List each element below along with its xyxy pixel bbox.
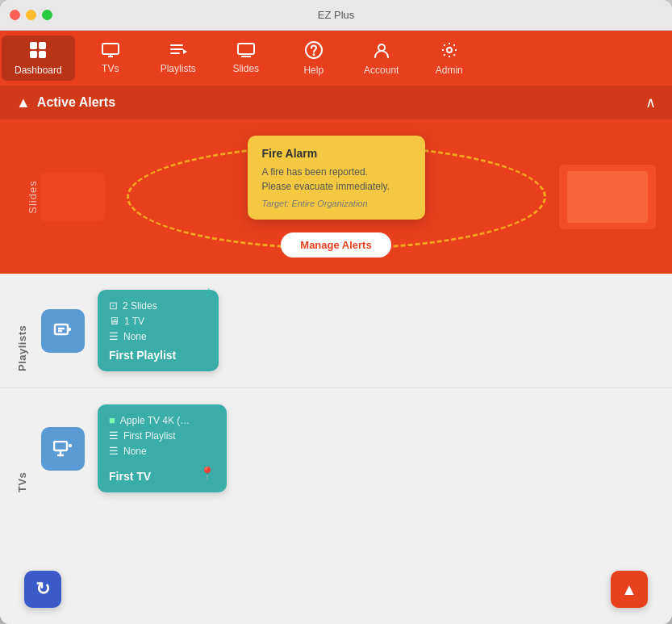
schedule-card-icon: ☰ xyxy=(109,330,119,342)
nav-dashboard-label: Dashboard xyxy=(15,65,62,76)
main-content: ▲ Active Alerts ∧ Slides Fire Alarm xyxy=(0,86,672,624)
tv-playlist-row: ☰ First Playlist xyxy=(109,429,215,442)
nav-help-label: Help xyxy=(303,65,323,76)
svg-rect-3 xyxy=(39,51,46,58)
playlists-content: ♪ ⊡ 2 Slides 🖥 1 TV ☰ None First Playlis… xyxy=(41,290,219,371)
nav-admin[interactable]: Admin xyxy=(417,36,482,81)
alerts-header-left: ▲ Active Alerts xyxy=(16,94,115,111)
playlist-slides-row: ⊡ 2 Slides xyxy=(109,299,207,312)
window-controls xyxy=(10,10,52,20)
tv-name: First TV xyxy=(109,470,151,483)
nav-admin-label: Admin xyxy=(436,65,463,76)
schedule-tv-icon: ☰ xyxy=(109,445,119,457)
titlebar: EZ Plus xyxy=(0,0,672,31)
slides-card-icon: ⊡ xyxy=(109,299,118,312)
dashboard-icon xyxy=(29,41,47,61)
music-note-icon: ♪ xyxy=(205,283,212,300)
tv-device-name: Apple TV 4K (… xyxy=(120,415,190,426)
slide-thumb-left xyxy=(40,173,105,221)
minimize-button[interactable] xyxy=(26,10,36,20)
svg-rect-4 xyxy=(102,44,119,54)
alerts-title: Active Alerts xyxy=(37,95,115,110)
alerts-header: ▲ Active Alerts ∧ xyxy=(0,86,672,119)
app-window: EZ Plus Dashboard TVs xyxy=(0,0,672,624)
nav-dashboard[interactable]: Dashboard xyxy=(2,36,75,81)
nav-account[interactable]: Account xyxy=(349,36,414,81)
svg-rect-0 xyxy=(30,42,37,49)
playlists-section-label: Playlists xyxy=(16,290,28,371)
nav-help[interactable]: Help xyxy=(282,36,346,81)
tv-schedule: None xyxy=(123,446,147,457)
add-tv-button[interactable] xyxy=(41,427,85,471)
tv-device-row: ■ Apple TV 4K (… xyxy=(109,414,215,426)
admin-icon xyxy=(440,41,458,61)
help-icon xyxy=(305,41,323,61)
nav-account-label: Account xyxy=(364,65,399,76)
alert-card-target: Target: Entire Organization xyxy=(262,199,411,208)
nav-playlists-label: Playlists xyxy=(161,63,196,74)
tv-playlist-name: First Playlist xyxy=(123,430,176,442)
tvs-section-label: TVs xyxy=(16,404,28,492)
nav-slides[interactable]: Slides xyxy=(214,36,278,81)
slides-icon xyxy=(237,43,255,60)
manage-alerts-button[interactable]: Manage Alerts xyxy=(281,232,390,258)
bottom-actions: ↻ ▲ xyxy=(0,571,672,608)
playlist-tv-row: 🖥 1 TV xyxy=(109,315,207,327)
playlist-schedule: None xyxy=(123,331,147,342)
window-title: EZ Plus xyxy=(318,9,355,21)
refresh-icon: ↻ xyxy=(35,579,50,600)
svg-point-16 xyxy=(447,48,452,52)
alert-triangle-icon: ▲ xyxy=(16,94,31,111)
playlist-slides-count: 2 Slides xyxy=(123,300,157,312)
svg-rect-7 xyxy=(170,44,183,46)
alert-fab-button[interactable]: ▲ xyxy=(611,571,648,608)
slide-thumb-right xyxy=(559,165,656,229)
alert-fab-icon: ▲ xyxy=(621,580,637,599)
alert-card: Fire Alarm A fire has been reported.Plea… xyxy=(248,136,425,220)
playlist-tv-count: 1 TV xyxy=(124,316,144,327)
account-icon xyxy=(373,41,390,61)
svg-point-14 xyxy=(313,54,314,55)
tv-icon xyxy=(102,43,119,60)
svg-rect-9 xyxy=(170,52,180,54)
device-icon: ■ xyxy=(109,414,115,426)
nav-playlists[interactable]: Playlists xyxy=(146,36,211,81)
slides-vertical-label: Slides xyxy=(27,180,39,213)
navbar: Dashboard TVs Playlists xyxy=(0,31,672,86)
alert-card-body: A fire has been reported.Please evacuate… xyxy=(262,165,411,194)
tvs-content: ■ Apple TV 4K (… ☰ First Playlist ☰ None… xyxy=(41,404,227,492)
svg-rect-11 xyxy=(238,44,254,54)
tv-schedule-row: ☰ None xyxy=(109,445,215,457)
playlists-section: Playlists ♪ ⊡ 2 Slides xyxy=(0,274,672,388)
svg-rect-22 xyxy=(54,442,67,450)
playlists-icon xyxy=(169,43,187,60)
svg-rect-2 xyxy=(30,51,37,58)
tv-card-icon: 🖥 xyxy=(109,315,119,327)
slide-thumb-inner xyxy=(567,171,648,223)
svg-marker-10 xyxy=(183,49,187,54)
playlist-schedule-row: ☰ None xyxy=(109,330,207,342)
tv-card[interactable]: ■ Apple TV 4K (… ☰ First Playlist ☰ None… xyxy=(98,404,227,492)
svg-point-15 xyxy=(378,44,385,51)
add-playlist-button[interactable] xyxy=(41,309,85,353)
playlist-tv-icon: ☰ xyxy=(109,429,119,442)
svg-rect-1 xyxy=(39,42,46,49)
nav-tvs[interactable]: TVs xyxy=(78,36,143,81)
close-button[interactable] xyxy=(10,10,20,20)
alert-card-title: Fire Alarm xyxy=(262,147,411,160)
playlist-name: First Playlist xyxy=(109,349,207,362)
svg-rect-8 xyxy=(170,48,183,50)
nav-tvs-label: TVs xyxy=(102,63,119,74)
refresh-button[interactable]: ↻ xyxy=(24,571,61,608)
alerts-body: Slides Fire Alarm A fire has been report… xyxy=(0,119,672,274)
alerts-section: ▲ Active Alerts ∧ Slides Fire Alarm xyxy=(0,86,672,274)
maximize-button[interactable] xyxy=(42,10,52,20)
tvs-section: TVs ■ Apple TV 4K (… xyxy=(0,388,672,509)
nav-slides-label: Slides xyxy=(232,63,259,74)
location-pin-icon: 📍 xyxy=(199,466,215,481)
playlist-card[interactable]: ♪ ⊡ 2 Slides 🖥 1 TV ☰ None First Playlis… xyxy=(98,290,219,371)
alerts-chevron-icon[interactable]: ∧ xyxy=(645,94,656,111)
